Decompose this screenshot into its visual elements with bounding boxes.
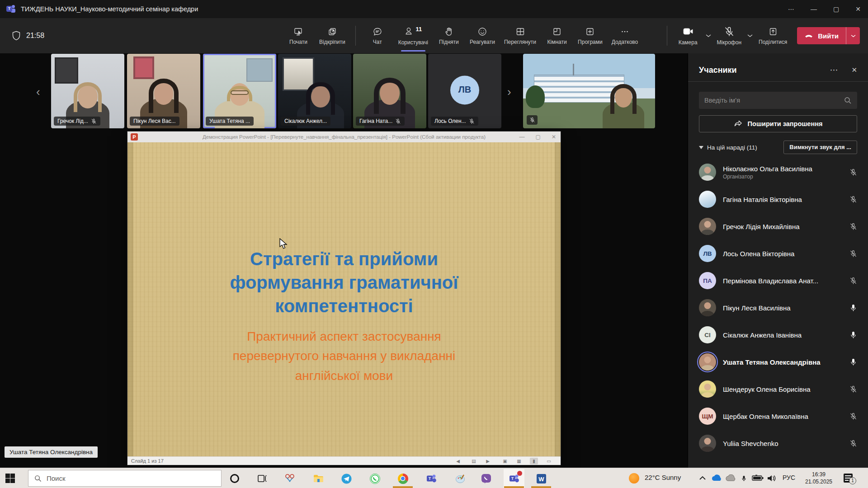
toolbar-unpin-button[interactable]: Відкріпити	[316, 20, 348, 52]
window-maximize-button[interactable]: ▢	[833, 5, 839, 13]
taskbar-teams-active-icon[interactable]: T	[504, 469, 524, 488]
taskbar-word-icon[interactable]: W	[531, 469, 552, 488]
action-center-icon[interactable]: 1	[844, 474, 853, 483]
slideshow-view-button[interactable]: ▭	[545, 458, 553, 465]
toolbar-mic-button[interactable]: Мікрофон	[714, 20, 744, 52]
window-close-button[interactable]: ✕	[855, 5, 861, 13]
toolbar-more-button[interactable]: Додатково	[609, 20, 641, 52]
participant-row[interactable]: ПА Пермінова Владислава Анат...	[688, 267, 868, 294]
video-tile[interactable]: Гагіна Ната...	[353, 54, 426, 128]
tile-name-badge: Гагіна Ната...	[356, 117, 405, 126]
participant-row[interactable]: ЛВ Лось Олена Вікторівна	[688, 240, 868, 267]
camera-chevron-icon[interactable]	[705, 33, 712, 38]
window-more-button[interactable]: ⋯	[788, 5, 794, 13]
tray-expand-icon[interactable]	[699, 476, 706, 480]
video-tile[interactable]: Сікалюк Анжел...	[278, 54, 351, 128]
language-indicator[interactable]: РУС	[783, 474, 795, 481]
normal-view-button[interactable]: ▣	[501, 458, 509, 465]
toolbar-rooms-button[interactable]: Кімнати	[542, 20, 571, 52]
mic-muted-icon[interactable]	[849, 196, 857, 203]
participant-row[interactable]: Ніколаєнко Ольга Василівна Організатор	[688, 159, 868, 186]
taskbar-snip-icon[interactable]	[279, 469, 300, 488]
mic-muted-icon[interactable]	[849, 440, 857, 447]
video-tile[interactable]: ЛВ Лось Олен...	[428, 54, 501, 128]
toolbar-raise-hand-button[interactable]: Підняти	[434, 20, 463, 52]
video-tile[interactable]: Гречок Лід...	[51, 54, 124, 128]
taskbar-opera-icon[interactable]	[224, 469, 245, 488]
ppt-maximize-button[interactable]: ▢	[536, 134, 541, 140]
clock[interactable]: 16:39 21.05.2025	[801, 471, 836, 485]
weather-icon[interactable]	[629, 473, 639, 483]
onedrive-icon[interactable]	[711, 474, 722, 482]
mic-muted-icon[interactable]	[849, 277, 857, 285]
mic-on-icon[interactable]	[849, 331, 857, 339]
participant-search-input[interactable]	[704, 97, 844, 104]
strip-prev-button[interactable]: ‹	[36, 86, 40, 98]
participant-row[interactable]: ЩМ Щербак Олена Миколаївна	[688, 403, 868, 430]
mic-muted-icon[interactable]	[849, 250, 857, 258]
participant-search[interactable]	[699, 92, 857, 109]
sorter-view-button[interactable]: ▦	[515, 458, 523, 465]
toolbar-view-button[interactable]: Переглянути	[501, 20, 539, 52]
taskbar-viber-icon[interactable]	[476, 469, 496, 488]
share-invite-button[interactable]: Поширити запрошення	[699, 115, 857, 132]
weather-text[interactable]: 22°C Sunny	[645, 474, 681, 481]
participant-row[interactable]: Гагіна Наталія Вікторівна	[688, 186, 868, 213]
avatar	[699, 380, 716, 398]
participant-row[interactable]: Шендерук Олена Борисівна	[688, 375, 868, 403]
taskbar-search-input[interactable]	[47, 474, 215, 482]
toolbar-camera-button[interactable]: Камера	[674, 20, 703, 52]
video-tile[interactable]: Пікун Леся Вас...	[127, 54, 200, 128]
taskbar-explorer-icon[interactable]	[308, 469, 329, 488]
start-button[interactable]	[5, 474, 15, 483]
window-minimize-button[interactable]: —	[811, 5, 817, 13]
mic-muted-icon[interactable]	[849, 169, 857, 176]
leave-button[interactable]: Вийти	[797, 27, 860, 44]
video-tile-active-speaker[interactable]: Ушата Тетяна ...	[203, 54, 276, 128]
tray-mic-icon[interactable]	[741, 474, 747, 483]
taskbar-search[interactable]	[28, 470, 222, 487]
next-slide-button[interactable]: ▶	[484, 458, 492, 465]
panel-more-button[interactable]: ⋯	[830, 65, 838, 75]
cloud-icon[interactable]	[725, 474, 736, 482]
in-meeting-section-toggle[interactable]: На цій нараді (11)	[699, 144, 783, 151]
toolbar-start-share-button[interactable]: Почати	[284, 20, 313, 52]
speaker-icon[interactable]	[767, 474, 777, 482]
taskbar-telegram-icon[interactable]	[336, 469, 357, 488]
mic-muted-icon[interactable]	[849, 413, 857, 420]
taskbar-taskview-icon[interactable]	[252, 469, 273, 488]
toolbar-chat-button[interactable]: Чат	[363, 20, 392, 52]
running-indicator	[393, 486, 413, 488]
ppt-close-button[interactable]: ✕	[552, 134, 556, 140]
mic-muted-icon[interactable]	[849, 223, 857, 230]
toolbar-apps-button[interactable]: Програми	[575, 20, 605, 52]
notes-button[interactable]: ▤	[470, 458, 478, 465]
toolbar-share-button[interactable]: Поділитися	[756, 20, 790, 52]
taskbar-chrome-icon[interactable]	[392, 469, 413, 488]
leave-chevron[interactable]	[846, 34, 860, 38]
taskbar-paint-icon[interactable]	[450, 469, 471, 488]
participant-row-active-speaker[interactable]: Ушата Тетяна Олександрівна	[688, 348, 868, 375]
ppt-minimize-button[interactable]: —	[519, 134, 525, 140]
mic-muted-icon[interactable]	[849, 385, 857, 393]
participant-row[interactable]: Гречок Лідія Михайлівна	[688, 213, 868, 240]
slide-title: Стратегії та прийоми формування граматич…	[195, 247, 493, 318]
mic-on-icon[interactable]	[849, 358, 857, 366]
mic-on-icon[interactable]	[849, 304, 857, 312]
participant-row[interactable]: Yuliia Shevchenko	[688, 430, 868, 457]
chat-icon	[373, 27, 382, 37]
toolbar-users-button[interactable]: 11 Користувачі	[396, 20, 431, 52]
mute-all-button[interactable]: Вимкнути звук для ...	[783, 141, 857, 154]
video-tile-wide[interactable]	[523, 54, 655, 128]
prev-slide-button[interactable]: ◀	[454, 458, 462, 465]
mic-chevron-icon[interactable]	[747, 33, 753, 38]
panel-close-button[interactable]: ✕	[851, 66, 857, 74]
battery-icon[interactable]	[752, 474, 764, 482]
reading-view-button[interactable]: ▮	[530, 458, 538, 465]
strip-next-button[interactable]: ›	[507, 86, 511, 98]
participant-row[interactable]: Пікун Леся Василівна	[688, 294, 868, 321]
taskbar-teams-icon[interactable]: T	[421, 469, 442, 488]
participant-row[interactable]: СІ Сікалюк Анжела Іванівна	[688, 321, 868, 348]
toolbar-react-button[interactable]: Реагувати	[467, 20, 498, 52]
taskbar-whatsapp-icon[interactable]	[364, 469, 385, 488]
